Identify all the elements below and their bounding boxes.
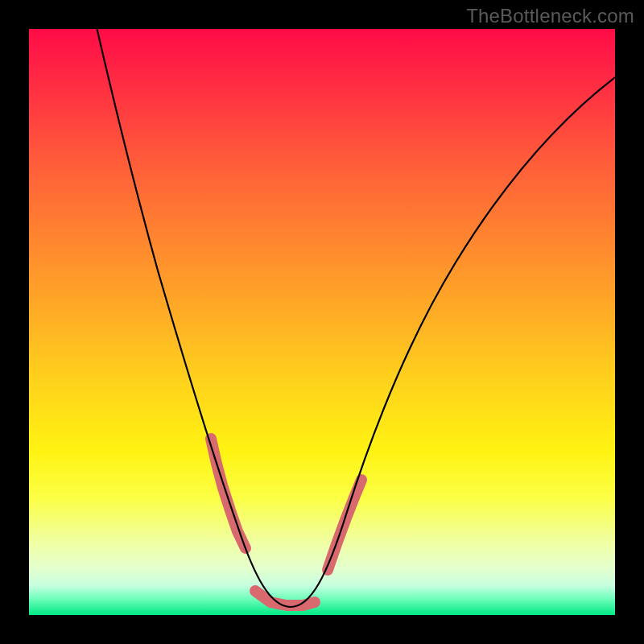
bottleneck-curve (61, 0, 615, 607)
watermark-text: TheBottleneck.com (466, 5, 634, 27)
plot-area (29, 29, 615, 615)
highlight-valley-flat (255, 591, 315, 605)
curve-layer (29, 29, 615, 615)
highlight-right-ascent (328, 480, 361, 570)
chart-frame: TheBottleneck.com (0, 0, 644, 644)
highlight-group (211, 439, 361, 605)
